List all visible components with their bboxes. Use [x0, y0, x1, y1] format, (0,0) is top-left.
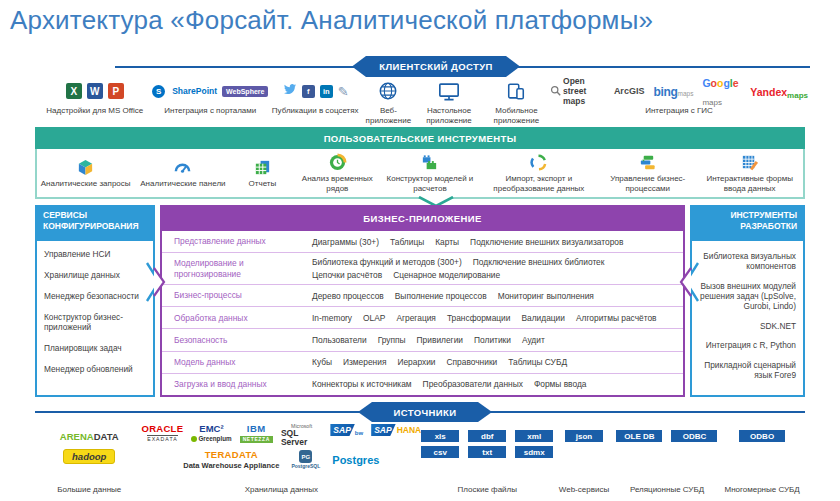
tool-data-entry-forms: Интерактивные формы ввода данных — [696, 150, 803, 195]
tool-dashboards: Аналитические панели — [134, 155, 231, 191]
architecture-slide: { "title": "Архитектура «Форсайт. Аналит… — [0, 0, 840, 501]
biz-item: Справочники — [447, 357, 498, 367]
big-data-label: Большие данные — [57, 485, 121, 496]
config-services-header: СЕРВИСЫ КОНФИГУРИРОВАНИЯ — [35, 205, 155, 241]
bing-logo: bingmaps — [653, 82, 693, 100]
big-data-group: ARENADATA hadoop Большие данные — [37, 424, 141, 496]
biz-row-label: Бизнес-процессы — [162, 290, 312, 301]
sap-bw-logo: SAPbw — [330, 424, 363, 436]
postgresql-logo: PG PostgreSQL — [291, 450, 320, 469]
biz-item: Пользователи — [312, 335, 367, 345]
social-group: f in ✎ Публикации в соцсетях — [269, 79, 361, 126]
arenadata-logo: ARENADATA — [60, 426, 119, 444]
badge-dbf: dbf — [468, 430, 506, 442]
badge-sdmx: sdmx — [515, 446, 553, 458]
badge-oledb: OLE DB — [616, 430, 662, 442]
portals-group: S SharePoint WebSphere Интеграция с порт… — [152, 79, 269, 126]
dev-item-visual-components: Библиотека визуальных компонентов — [696, 251, 796, 272]
websphere-logo: WebSphere — [222, 86, 268, 97]
linkedin-icon: in — [320, 85, 333, 98]
emc-greenplum-logo: EMC² Greenplum — [191, 424, 231, 442]
gauge-icon — [173, 157, 192, 177]
postgresql-elephant-icon: PG — [299, 450, 312, 463]
ms-office-label: Надстройки для MS Office — [46, 106, 143, 116]
excel-icon: X — [66, 83, 82, 99]
biz-item: In-memory — [312, 313, 352, 323]
oracle-exadata-logo: ORACLE EXADATA — [141, 424, 183, 442]
word-icon: W — [87, 83, 103, 99]
client-access-banner: КЛИЕНТСКИЙ ДОСТУП — [352, 56, 520, 77]
ibm-netezza-logo: IBM NETEZZA — [240, 424, 273, 443]
powerpoint-icon: P — [108, 83, 124, 99]
google-maps-logo: Google maps — [702, 73, 741, 109]
dev-item-sdk-net: SDK.NET — [696, 321, 796, 331]
biz-row-modeling: Моделирование и прогнозирование Библиоте… — [162, 252, 683, 284]
biz-item: Мониторинг выполнения — [498, 291, 594, 301]
badge-odbc: ODBC — [671, 430, 717, 442]
pencil-icon: ✎ — [338, 84, 349, 99]
magnifier-icon — [550, 82, 561, 100]
biz-item: Библиотека функций и методов (300+) — [312, 257, 462, 267]
biz-item: Валидации — [521, 313, 565, 323]
dev-item-external-solvers: Вызов внешних модулей решения задач (LpS… — [696, 281, 796, 312]
globe-icon — [378, 79, 398, 103]
biz-row-data-processing: Обработка данных In-memory OLAP Агрегаци… — [162, 306, 683, 328]
biz-item: Выполнение процессов — [395, 291, 487, 301]
web-services-group: json Web-сервисы — [553, 424, 615, 496]
biz-row-data-presentation: Представление данных Диаграммы (30+) Таб… — [162, 231, 683, 252]
client-access-row: X W P Надстройки для MS Office S SharePo… — [38, 79, 808, 126]
mobile-app-label: Мобильное приложение — [483, 106, 550, 126]
yandex-maps-logo: Yandexmaps — [750, 82, 808, 100]
biz-row-label: Моделирование и прогнозирование — [162, 258, 312, 279]
biz-item: Подключение внешних библиотек — [473, 257, 605, 267]
biz-item: Дерево процессов — [312, 291, 384, 301]
sync-arrows-icon — [529, 152, 548, 172]
badge-txt: txt — [468, 446, 506, 458]
portals-label: Интеграция с порталами — [164, 106, 256, 116]
chevron-right-connector — [145, 262, 169, 302]
tool-reports: Отчеты — [232, 155, 294, 191]
biz-row-label: Модель данных — [162, 357, 312, 368]
biz-item: Цепочки расчётов — [312, 270, 382, 280]
biz-item: Измерения — [343, 357, 386, 367]
biz-item: Группы — [378, 335, 406, 345]
tool-model-builder: Конструктор моделей и расчетов — [381, 150, 478, 195]
web-services-label: Web-сервисы — [559, 485, 609, 496]
social-icons: f in ✎ — [282, 79, 349, 103]
hadoop-logo: hadoop — [63, 449, 115, 464]
badge-odbo: ODBO — [739, 430, 785, 442]
warehouses-label: Хранилища данных — [245, 485, 318, 496]
twitter-icon — [282, 82, 297, 101]
config-item-task-scheduler: Планировщик задач — [44, 344, 149, 354]
biz-item: Политики — [474, 335, 511, 345]
mobile-icon — [506, 79, 526, 103]
config-item-security-manager: Менеджер безопасности — [44, 292, 149, 302]
tool-analytic-queries: Аналитические запросы — [37, 155, 134, 191]
biz-item: Привилегии — [417, 335, 463, 345]
relational-label: Реляционные СУБД — [630, 485, 704, 496]
process-flow-icon — [638, 152, 657, 172]
ms-office-group: X W P Надстройки для MS Office — [38, 79, 152, 126]
biz-item: Преобразователи данных — [423, 379, 523, 389]
social-label: Публикации в соцсетях — [272, 106, 359, 116]
config-item-warehouse: Хранилище данных — [44, 271, 149, 281]
form-pencil-icon — [740, 152, 759, 172]
config-item-update-manager: Менеджер обновлений — [44, 365, 149, 375]
config-item-app-builder: Конструктор бизнес-приложений — [44, 313, 149, 333]
business-app-header: БИЗНЕС-ПРИЛОЖЕНИЕ — [160, 205, 685, 231]
warehouses-group: ORACLE EXADATA EMC² Greenplum IBM NETEZZ… — [141, 424, 421, 496]
user-tools-body: Аналитические запросы Аналитические пане… — [35, 149, 805, 199]
biz-row-business-processes: Бизнес-процессы Дерево процессов Выполне… — [162, 284, 683, 306]
page-title: Архитектура «Форсайт. Аналитической плат… — [10, 5, 653, 36]
biz-item: Агрегация — [396, 313, 436, 323]
sources-banner: ИСТОЧНИКИ — [358, 402, 492, 422]
tool-import-export: Импорт, экспорт и преобразование данных — [479, 150, 600, 195]
cube-icon — [76, 157, 95, 177]
sap-hana-logo: SAPHANA — [371, 424, 421, 436]
biz-item: Подключение внешних визуализаторов — [470, 237, 623, 247]
dev-tools-body: Библиотека визуальных компонентов Вызов … — [690, 241, 805, 397]
biz-item: Коннекторы к источникам — [312, 379, 412, 389]
biz-item: Алгоритмы расчётов — [576, 313, 657, 323]
gis-label: Интеграция с ГИС — [645, 106, 713, 116]
chevron-left-connector — [676, 262, 700, 302]
